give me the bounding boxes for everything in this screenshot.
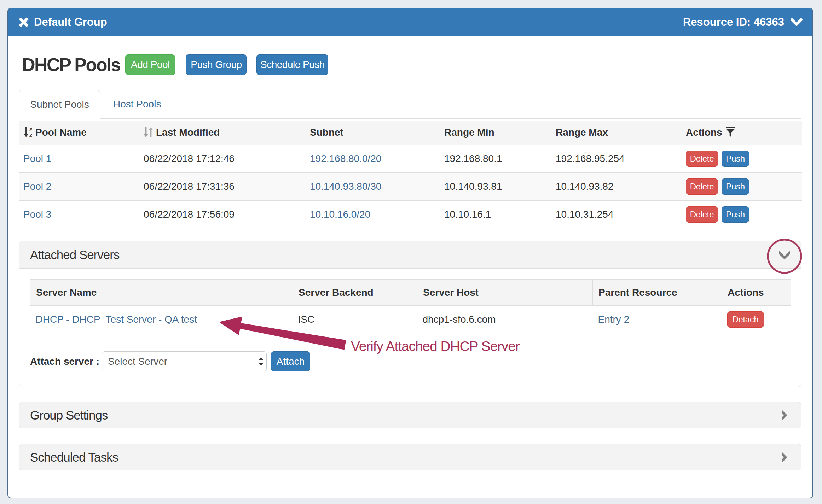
svg-text:A: A (29, 127, 32, 132)
svg-text:Z: Z (29, 132, 32, 137)
